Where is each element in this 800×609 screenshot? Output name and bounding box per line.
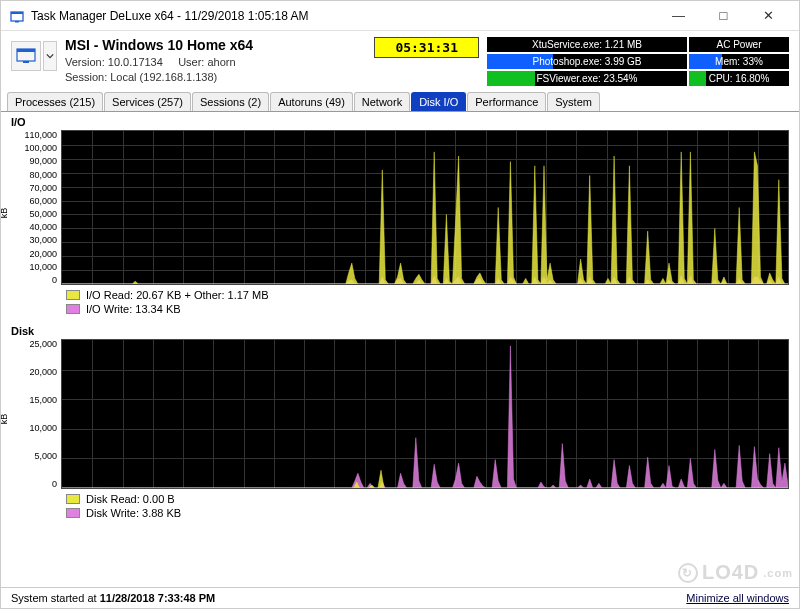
user-text: User: ahorn — [178, 56, 235, 68]
status-cell: CPU: 16.80% — [689, 71, 789, 86]
system-info: MSI - Windows 10 Home x64 Version: 10.0.… — [65, 37, 366, 86]
legend-label: Disk Read: 0.00 B — [86, 493, 175, 505]
window-controls: — □ ✕ — [656, 2, 791, 30]
maximize-button[interactable]: □ — [701, 2, 746, 30]
io-chart-title: I/O — [11, 116, 789, 128]
window-title: Task Manager DeLuxe x64 - 11/29/2018 1:0… — [31, 9, 656, 23]
y-tick: 20,000 — [29, 249, 57, 259]
y-tick: 60,000 — [29, 196, 57, 206]
io-chart-plot[interactable] — [61, 130, 789, 285]
system-icon[interactable] — [11, 41, 41, 71]
y-tick: 40,000 — [29, 222, 57, 232]
legend-item: I/O Read: 20.67 KB + Other: 1.17 MB — [66, 289, 789, 301]
disk-legend: Disk Read: 0.00 BDisk Write: 3.88 KB — [11, 489, 789, 523]
legend-item: Disk Read: 0.00 B — [66, 493, 789, 505]
y-tick: 90,000 — [29, 156, 57, 166]
statusbar: System started at 11/28/2018 7:33:48 PM … — [1, 587, 799, 608]
disk-chart-plot[interactable] — [61, 339, 789, 489]
tab-autoruns-[interactable]: Autoruns (49) — [270, 92, 353, 111]
session-text: Session: Local (192.168.1.138) — [65, 70, 366, 85]
tab-disk-i-o[interactable]: Disk I/O — [411, 92, 466, 111]
io-chart-section: I/O kB 110,000100,00090,00080,00070,0006… — [1, 112, 799, 321]
status-cell: XtuService.exe: 1.21 MB — [487, 37, 687, 52]
legend-item: I/O Write: 13.34 KB — [66, 303, 789, 315]
watermark: ↻LO4D.com — [678, 561, 793, 584]
disk-chart-section: Disk kB 25,00020,00015,00010,0005,0000 D… — [1, 321, 799, 525]
legend-label: I/O Read: 20.67 KB + Other: 1.17 MB — [86, 289, 269, 301]
legend-label: Disk Write: 3.88 KB — [86, 507, 181, 519]
y-tick: 100,000 — [24, 143, 57, 153]
tab-processes-[interactable]: Processes (215) — [7, 92, 103, 111]
legend-swatch — [66, 304, 80, 314]
status-cell: Photoshop.exe: 3.99 GB — [487, 54, 687, 69]
y-tick: 20,000 — [29, 367, 57, 377]
tab-sessions-[interactable]: Sessions (2) — [192, 92, 269, 111]
started-label: System started at — [11, 592, 100, 604]
y-tick: 70,000 — [29, 183, 57, 193]
disk-unit: kB — [0, 414, 9, 425]
minimize-all-link[interactable]: Minimize all windows — [686, 592, 789, 604]
legend-label: I/O Write: 13.34 KB — [86, 303, 181, 315]
legend-swatch — [66, 494, 80, 504]
y-tick: 0 — [52, 275, 57, 285]
titlebar: Task Manager DeLuxe x64 - 11/29/2018 1:0… — [1, 1, 799, 31]
y-tick: 50,000 — [29, 209, 57, 219]
tab-system[interactable]: System — [547, 92, 600, 111]
legend-swatch — [66, 508, 80, 518]
y-tick: 5,000 — [34, 451, 57, 461]
header: MSI - Windows 10 Home x64 Version: 10.0.… — [1, 31, 799, 90]
status-cell: AC Power — [689, 37, 789, 52]
tab-services-[interactable]: Services (257) — [104, 92, 191, 111]
y-tick: 110,000 — [24, 130, 57, 140]
close-button[interactable]: ✕ — [746, 2, 791, 30]
legend-swatch — [66, 290, 80, 300]
system-dropdown[interactable] — [43, 41, 57, 71]
app-icon — [9, 8, 25, 24]
io-unit: kB — [0, 207, 9, 218]
minimize-button[interactable]: — — [656, 2, 701, 30]
status-cell: Mem: 33% — [689, 54, 789, 69]
system-title: MSI - Windows 10 Home x64 — [65, 37, 366, 53]
tab-performance[interactable]: Performance — [467, 92, 546, 111]
y-tick: 15,000 — [29, 395, 57, 405]
y-tick: 80,000 — [29, 170, 57, 180]
y-tick: 30,000 — [29, 235, 57, 245]
started-time: 11/28/2018 7:33:48 PM — [100, 592, 216, 604]
y-tick: 10,000 — [29, 262, 57, 272]
svg-rect-5 — [23, 61, 29, 63]
uptime-timer: 05:31:31 — [374, 37, 479, 58]
status-grid: XtuService.exe: 1.21 MBAC PowerPhotoshop… — [487, 37, 789, 86]
y-tick: 0 — [52, 479, 57, 489]
y-tick: 25,000 — [29, 339, 57, 349]
version-text: Version: 10.0.17134 — [65, 56, 163, 68]
io-legend: I/O Read: 20.67 KB + Other: 1.17 MBI/O W… — [11, 285, 789, 319]
disk-chart-title: Disk — [11, 325, 789, 337]
tab-bar: Processes (215)Services (257)Sessions (2… — [1, 92, 799, 112]
status-cell: FSViewer.exe: 23.54% — [487, 71, 687, 86]
y-tick: 10,000 — [29, 423, 57, 433]
svg-rect-4 — [17, 49, 35, 52]
svg-rect-2 — [15, 21, 19, 23]
tab-network[interactable]: Network — [354, 92, 410, 111]
svg-rect-1 — [11, 12, 23, 14]
legend-item: Disk Write: 3.88 KB — [66, 507, 789, 519]
